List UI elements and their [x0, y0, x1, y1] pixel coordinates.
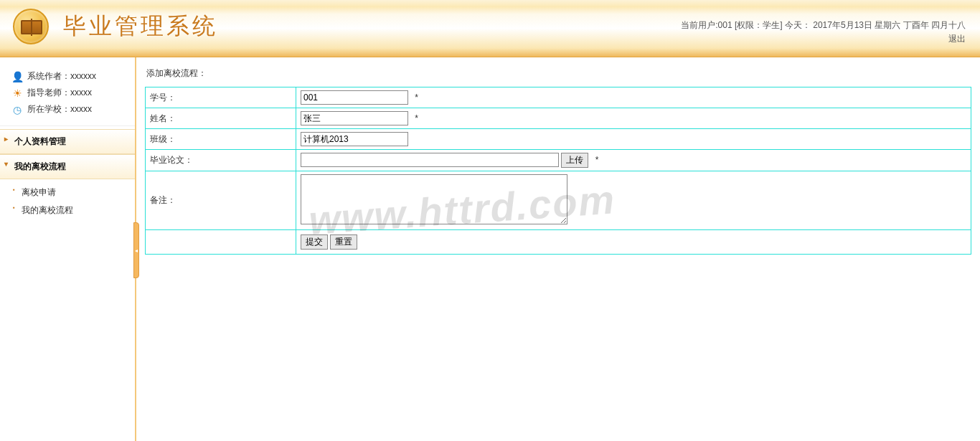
school-icon: ◷ [11, 104, 23, 115]
header-info: 当前用户:001 [权限：学生] 今天： 2017年5月13日 星期六 丁酉年 … [681, 19, 966, 46]
user-icon: 👤 [11, 71, 23, 82]
sidebar: 👤 系统作者：xxxxxx ☀ 指导老师：xxxxx ◷ 所在学校：xxxxx … [0, 57, 136, 441]
row-name: 姓名： * [146, 108, 971, 129]
sub-item-apply[interactable]: 离校申请 [0, 184, 135, 201]
required-star: * [415, 113, 418, 123]
logo-wrap: 毕业管理系统 [13, 9, 218, 44]
row-class: 班级： [146, 129, 971, 150]
sidebar-school: ◷ 所在学校：xxxxx [11, 103, 123, 115]
sidebar-author: 👤 系统作者：xxxxxx [11, 70, 123, 82]
textarea-remark[interactable] [301, 174, 567, 224]
menu-section-leave-label: 我的离校流程 [14, 161, 66, 171]
label-name: 姓名： [146, 108, 296, 129]
sidebar-collapse-handle[interactable] [133, 222, 139, 278]
sidebar-menu: 个人资料管理 我的离校流程 离校申请 我的离校流程 [0, 129, 135, 225]
form-table: 学号： * 姓名： * 班级： 毕业论文： [145, 87, 971, 255]
required-star: * [595, 155, 599, 165]
label-student-id: 学号： [146, 87, 296, 108]
upload-button[interactable]: 上传 [561, 153, 588, 168]
input-student-id[interactable] [301, 90, 408, 105]
label-thesis: 毕业论文： [146, 150, 296, 171]
sub-items: 离校申请 我的离校流程 [0, 179, 135, 225]
page-title: 添加离校流程： [146, 67, 971, 80]
submit-button[interactable]: 提交 [301, 234, 328, 250]
required-star: * [415, 93, 418, 103]
logout-link[interactable]: 退出 [948, 34, 966, 44]
sidebar-info: 👤 系统作者：xxxxxx ☀ 指导老师：xxxxx ◷ 所在学校：xxxxx [0, 57, 135, 126]
sub-item-myflow-label: 我的离校流程 [22, 205, 73, 215]
sidebar-author-label: 系统作者：xxxxxx [27, 70, 96, 82]
teacher-icon: ☀ [11, 87, 23, 99]
sub-item-apply-label: 离校申请 [22, 187, 56, 197]
system-title: 毕业管理系统 [63, 11, 218, 42]
sidebar-school-label: 所在学校：xxxxx [27, 103, 92, 115]
menu-section-profile[interactable]: 个人资料管理 [0, 129, 135, 154]
input-thesis[interactable] [301, 153, 559, 167]
label-class: 班级： [146, 129, 296, 150]
row-buttons: 提交 重置 [146, 230, 971, 255]
row-student-id: 学号： * [146, 87, 971, 108]
sub-item-myflow[interactable]: 我的离校流程 [0, 201, 135, 219]
logo-icon [13, 9, 49, 44]
label-remark: 备注： [146, 171, 296, 230]
row-thesis: 毕业论文： 上传 * [146, 150, 971, 171]
sidebar-teacher-label: 指导老师：xxxxx [27, 87, 92, 99]
menu-section-profile-label: 个人资料管理 [14, 136, 66, 146]
row-remark: 备注： [146, 171, 971, 230]
header: 毕业管理系统 当前用户:001 [权限：学生] 今天： 2017年5月13日 星… [0, 0, 980, 57]
empty-cell [146, 230, 296, 255]
input-class[interactable] [301, 132, 408, 146]
input-name[interactable] [301, 111, 408, 125]
content: 添加离校流程： 学号： * 姓名： * 班级： [136, 57, 980, 441]
reset-button[interactable]: 重置 [330, 234, 357, 250]
sidebar-teacher: ☀ 指导老师：xxxxx [11, 87, 123, 99]
session-info: 当前用户:001 [权限：学生] 今天： 2017年5月13日 星期六 丁酉年 … [681, 19, 966, 32]
menu-section-leave[interactable]: 我的离校流程 [0, 154, 135, 179]
